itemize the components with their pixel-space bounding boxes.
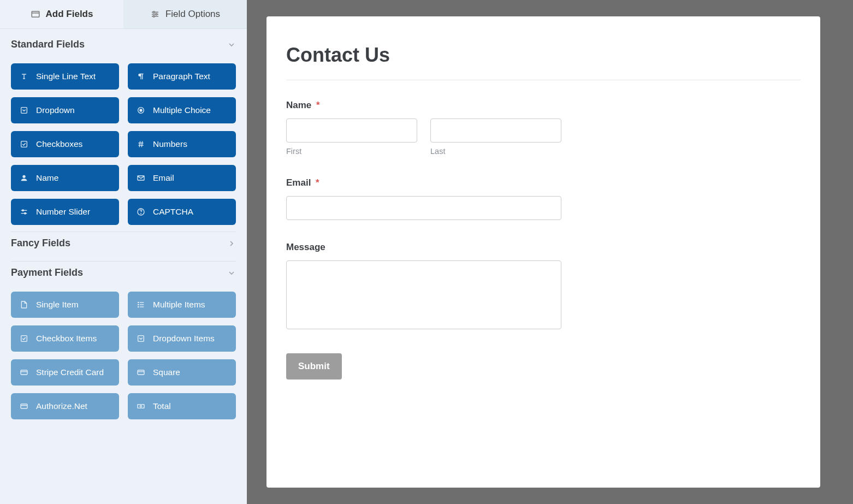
check-square-icon <box>20 334 28 343</box>
field-stripe-credit-card[interactable]: Stripe Credit Card <box>11 359 119 386</box>
svg-point-32 <box>138 306 139 307</box>
svg-point-3 <box>153 11 155 13</box>
file-icon <box>20 300 28 309</box>
svg-rect-39 <box>21 404 27 408</box>
field-label: Dropdown <box>36 105 75 115</box>
field-label: Authorize.Net <box>36 401 87 411</box>
credit-card-icon <box>137 368 145 377</box>
svg-line-17 <box>139 141 140 147</box>
text-icon <box>20 72 28 81</box>
field-label: Checkboxes <box>36 139 82 149</box>
sidebar-panel: Standard Fields Single Line Text Paragra… <box>0 29 247 436</box>
svg-point-31 <box>138 304 139 305</box>
section-title: Payment Fields <box>11 267 83 278</box>
field-single-line-text[interactable]: Single Line Text <box>11 63 119 90</box>
field-label: Dropdown Items <box>153 334 215 343</box>
field-name[interactable]: Name <box>11 165 119 191</box>
field-label: Checkbox Items <box>36 334 97 343</box>
svg-rect-34 <box>138 336 144 342</box>
field-authorize-net[interactable]: Authorize.Net <box>11 393 119 419</box>
envelope-icon <box>137 174 145 182</box>
field-label: CAPTCHA <box>153 207 193 217</box>
form-card: Contact Us Name * First Last <box>266 16 820 488</box>
section-fancy-fields[interactable]: Fancy Fields <box>11 232 236 254</box>
field-dropdown[interactable]: Dropdown <box>11 97 119 123</box>
field-label: Multiple Choice <box>153 105 211 115</box>
field-single-item[interactable]: Single Item <box>11 292 119 318</box>
field-numbers[interactable]: Numbers <box>128 131 236 157</box>
svg-rect-11 <box>21 108 27 114</box>
field-label: Multiple Items <box>153 300 205 310</box>
caret-down-square-icon <box>137 334 145 343</box>
field-total[interactable]: Total <box>128 393 236 419</box>
chevron-down-icon <box>227 269 236 277</box>
field-label: Single Item <box>36 300 79 310</box>
hash-icon <box>137 140 145 149</box>
field-label: Paragraph Text <box>153 72 210 81</box>
field-email[interactable]: Email <box>128 165 236 191</box>
tab-field-options[interactable]: Field Options <box>123 0 247 28</box>
svg-line-18 <box>141 141 142 147</box>
section-payment-fields[interactable]: Payment Fields <box>11 261 236 284</box>
caret-down-square-icon <box>20 106 28 115</box>
sliders-icon <box>150 9 160 19</box>
required-indicator: * <box>316 177 319 188</box>
field-multiple-items[interactable]: Multiple Items <box>128 292 236 318</box>
field-label: Numbers <box>153 139 187 149</box>
svg-point-42 <box>140 405 141 407</box>
name-label: Name * <box>286 100 801 111</box>
tab-add-fields-label: Add Fields <box>46 9 93 20</box>
form-field-name[interactable]: Name * First Last <box>286 100 801 156</box>
svg-rect-35 <box>21 370 27 375</box>
name-input-pair: First Last <box>286 118 561 156</box>
user-icon <box>20 174 28 182</box>
email-input[interactable] <box>286 196 561 220</box>
money-icon <box>137 402 145 411</box>
payment-fields-grid: Single Item Multiple Items Checkbox Item… <box>11 292 236 419</box>
paragraph-icon <box>137 72 145 81</box>
window-icon <box>31 9 40 19</box>
svg-point-13 <box>140 109 142 111</box>
svg-point-26 <box>141 214 141 214</box>
section-title: Standard Fields <box>11 39 85 50</box>
svg-rect-33 <box>21 336 27 342</box>
sidebar: Add Fields Field Options Standard Fields <box>0 0 247 504</box>
last-name-input[interactable] <box>430 118 561 143</box>
sidebar-tabs: Add Fields Field Options <box>0 0 247 29</box>
submit-button[interactable]: Submit <box>286 353 342 380</box>
list-icon <box>137 300 145 309</box>
message-label: Message <box>286 242 801 253</box>
field-label: Total <box>153 401 171 411</box>
form-field-email[interactable]: Email * <box>286 177 801 220</box>
field-label: Name <box>36 173 58 183</box>
field-checkboxes[interactable]: Checkboxes <box>11 131 119 157</box>
form-title: Contact Us <box>286 44 801 80</box>
form-field-message[interactable]: Message <box>286 242 801 331</box>
field-dropdown-items[interactable]: Dropdown Items <box>128 325 236 352</box>
field-label: Number Slider <box>36 207 90 217</box>
question-circle-icon <box>137 207 145 216</box>
tab-add-fields[interactable]: Add Fields <box>0 0 123 28</box>
field-paragraph-text[interactable]: Paragraph Text <box>128 63 236 90</box>
sliders-icon <box>20 207 28 216</box>
svg-point-19 <box>22 175 25 178</box>
standard-fields-grid: Single Line Text Paragraph Text Dropdown… <box>11 63 236 225</box>
credit-card-icon <box>20 402 28 411</box>
field-square[interactable]: Square <box>128 359 236 386</box>
field-number-slider[interactable]: Number Slider <box>11 199 119 225</box>
last-name-sublabel: Last <box>430 147 561 156</box>
check-square-icon <box>20 140 28 149</box>
field-captcha[interactable]: CAPTCHA <box>128 199 236 225</box>
credit-card-icon <box>20 368 28 377</box>
field-label: Email <box>153 173 174 183</box>
field-checkbox-items[interactable]: Checkbox Items <box>11 325 119 352</box>
first-name-input[interactable] <box>286 118 417 143</box>
first-name-col: First <box>286 118 417 156</box>
first-name-sublabel: First <box>286 147 417 156</box>
message-input[interactable] <box>286 260 561 329</box>
svg-rect-0 <box>32 11 39 17</box>
section-title: Fancy Fields <box>11 238 70 249</box>
section-standard-fields[interactable]: Standard Fields <box>11 39 236 56</box>
field-label: Stripe Credit Card <box>36 367 104 377</box>
field-multiple-choice[interactable]: Multiple Choice <box>128 97 236 123</box>
